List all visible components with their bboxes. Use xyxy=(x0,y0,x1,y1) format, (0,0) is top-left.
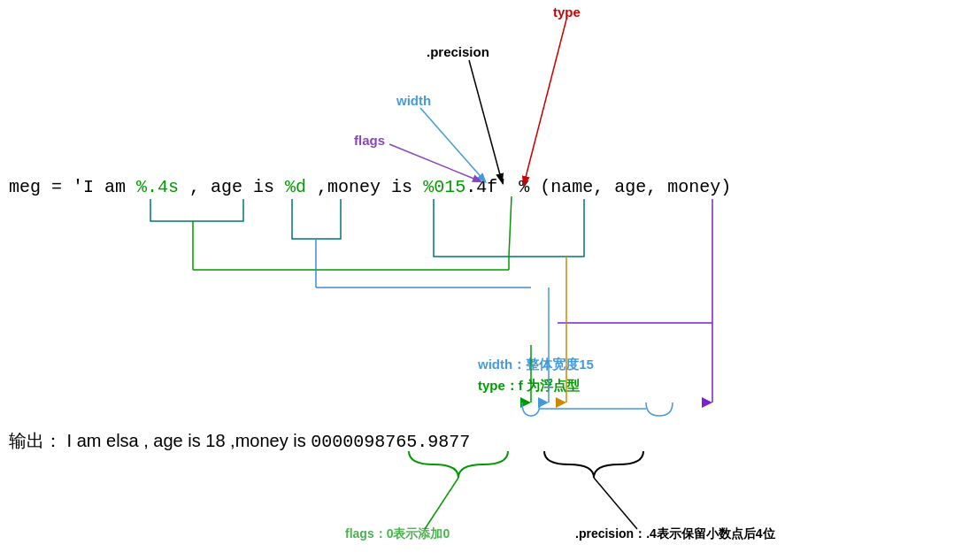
type-label: type xyxy=(553,4,581,19)
svg-line-18 xyxy=(594,478,637,529)
width-annotation: width：整体宽度15 xyxy=(478,354,594,375)
width-label: width xyxy=(396,93,431,108)
output-line: 输出： I am elsa , age is 18 ,money is 0000… xyxy=(9,429,470,453)
svg-line-0 xyxy=(524,19,566,184)
annotation-box: width：整体宽度15 type：f 为浮点型 xyxy=(478,354,594,396)
code-prefix: meg = 'I am xyxy=(9,177,136,197)
svg-line-2 xyxy=(420,108,485,181)
svg-line-12 xyxy=(509,196,512,257)
svg-line-17 xyxy=(425,478,458,529)
output-prefix: 输出： I am elsa , age is 18 ,money is xyxy=(9,431,311,450)
code-part3b: .4f xyxy=(465,177,497,197)
svg-line-1 xyxy=(469,60,502,181)
code-part1: %.4s xyxy=(136,177,179,197)
code-mid1: , age is xyxy=(179,177,285,197)
svg-line-3 xyxy=(389,144,481,181)
main-code-line: meg = 'I am %.4s , age is %d ,money is %… xyxy=(9,177,731,197)
precision-annotation: .precision：.4表示保留小数点后4位 xyxy=(575,526,775,542)
diagram-svg xyxy=(0,0,954,560)
code-suffix: ' % (name, age, money) xyxy=(497,177,731,197)
diagram-container: meg = 'I am %.4s , age is %d ,money is %… xyxy=(0,0,954,560)
code-mid2: ,money is xyxy=(306,177,423,197)
flags-annotation: flags：0表示添加0 xyxy=(345,526,450,542)
type-annotation: type：f 为浮点型 xyxy=(478,375,594,396)
code-part2: %d xyxy=(285,177,306,197)
output-value: 0000098765.9877 xyxy=(311,432,470,452)
flags-label: flags xyxy=(354,133,385,148)
code-part3: %015 xyxy=(423,177,465,197)
precision-label: .precision xyxy=(427,44,489,59)
